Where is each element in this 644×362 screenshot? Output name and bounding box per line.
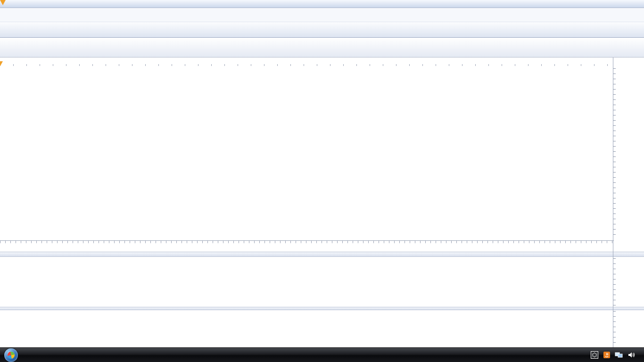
- title-bar: [0, 0, 644, 8]
- rsi-axis-ticks: [613, 258, 616, 305]
- time-axis-ticks: [0, 241, 614, 243]
- bollinger-indicator-label: [3, 70, 9, 90]
- date-strip: [0, 58, 614, 66]
- stochastic-chart[interactable]: [0, 310, 613, 347]
- stoch-axis-ticks: [613, 311, 616, 346]
- start-button[interactable]: [4, 348, 18, 362]
- windows-logo-icon: [7, 351, 15, 359]
- rsi-chart[interactable]: [0, 257, 613, 307]
- network-tray-icon[interactable]: [615, 351, 623, 359]
- tab-bar: [0, 22, 644, 38]
- panel-splitter[interactable]: [0, 252, 644, 257]
- date-marker-icon: [0, 0, 6, 5]
- time-axis[interactable]: [0, 240, 614, 252]
- taskbar: [0, 347, 644, 362]
- java-tray-icon[interactable]: [603, 351, 611, 359]
- menu-bar: [0, 8, 644, 22]
- price-axis-ticks: [613, 68, 616, 239]
- stochastic-indicator-label: [3, 311, 9, 331]
- desktop: [0, 0, 644, 362]
- price-chart[interactable]: [0, 66, 613, 240]
- volume-tray-icon[interactable]: [627, 351, 636, 359]
- toolbar: [0, 38, 644, 58]
- tray-app-icon[interactable]: [590, 351, 599, 359]
- panel-splitter-2[interactable]: [0, 307, 644, 310]
- system-tray: [583, 351, 644, 359]
